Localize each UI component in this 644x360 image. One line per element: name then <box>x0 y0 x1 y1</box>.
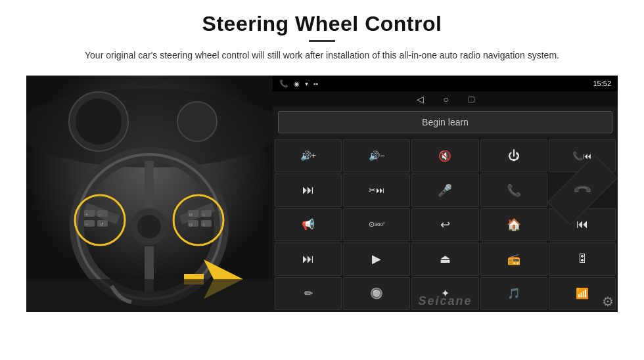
home-nav-icon[interactable]: ○ <box>444 94 449 104</box>
svg-text:◎: ◎ <box>189 223 193 227</box>
svg-text:◇: ◇ <box>202 223 206 227</box>
fast-fwd-btn[interactable]: ⏭ <box>275 242 342 275</box>
svg-text:~: ~ <box>99 213 101 217</box>
signal-icon: ▪▪ <box>313 80 318 87</box>
vol-up-btn[interactable]: 🔊+ <box>275 139 342 172</box>
page-container: Steering Wheel Control Your original car… <box>0 0 644 360</box>
svg-point-4 <box>177 102 217 141</box>
next-track-btn[interactable]: ⏭ <box>275 173 342 206</box>
android-panel: 📞 ◉ ▾ ▪▪ 15:52 ◁ ○ □ Begin learn <box>273 76 618 312</box>
mute-btn[interactable]: 🔇 <box>411 139 478 172</box>
svg-text:⊟: ⊟ <box>189 213 193 217</box>
power-btn[interactable]: ⏻ <box>480 139 547 172</box>
settings-icon[interactable]: ⚙ <box>602 294 614 309</box>
svg-text:−: − <box>85 222 88 227</box>
back-nav-icon[interactable]: ◁ <box>417 94 424 104</box>
content-row: + ~ − ↺ ⊟ ◇ ◎ ◇ <box>26 76 618 312</box>
music-btn[interactable]: 🎵 <box>480 277 547 310</box>
svg-text:◇: ◇ <box>202 213 206 217</box>
wifi-icon: ▾ <box>305 80 308 87</box>
subtitle: Your original car's steering wheel contr… <box>53 49 591 62</box>
radio-btn[interactable]: 📻 <box>480 242 547 275</box>
title-divider <box>309 40 335 42</box>
edit-btn[interactable]: ✏ <box>275 277 342 310</box>
speaker-btn[interactable]: 📢 <box>275 208 342 241</box>
eject-btn[interactable]: ⏏ <box>411 242 478 275</box>
steering-wheel-svg: + ~ − ↺ ⊟ ◇ ◎ ◇ <box>26 76 273 312</box>
eq-btn[interactable]: 🎛 <box>549 242 616 275</box>
vol-down-btn[interactable]: 🔊− <box>343 139 410 172</box>
status-left: 📞 ◉ ▾ ▪▪ <box>279 79 318 88</box>
location-icon: ◉ <box>294 80 300 87</box>
call-btn[interactable]: 📞 <box>480 173 547 206</box>
car-image-section: + ~ − ↺ ⊟ ◇ ◎ ◇ <box>26 76 273 312</box>
begin-learn-row: Begin learn <box>273 107 618 137</box>
cam360-btn[interactable]: ⊙360° <box>343 208 410 241</box>
seek-fwd-btn[interactable]: ✂⏭ <box>343 173 410 206</box>
svg-text:+: + <box>85 212 88 217</box>
begin-learn-button[interactable]: Begin learn <box>278 111 612 133</box>
svg-point-3 <box>76 99 122 145</box>
back-btn[interactable]: ↩ <box>411 208 478 241</box>
svg-rect-33 <box>26 279 273 312</box>
time-display: 15:52 <box>593 79 611 87</box>
title-section: Steering Wheel Control Your original car… <box>26 12 618 62</box>
svg-point-12 <box>137 215 161 238</box>
statusbar: 📞 ◉ ▾ ▪▪ 15:52 <box>273 76 618 91</box>
svg-text:↺: ↺ <box>100 222 104 227</box>
controls-grid: 🔊+ 🔊− 🔇 ⏻ 📞⏮ ⏭ ✂⏭ 🎤 📞 📞 📢 ⊙360° ↩ 🏠 ⏮ ⏭ <box>273 137 618 312</box>
phone-icon: 📞 <box>279 79 288 88</box>
bluetooth-btn[interactable]: ✦ <box>411 277 478 310</box>
knob-btn[interactable]: 🔘 <box>343 277 410 310</box>
nav-btn[interactable]: ▶ <box>343 242 410 275</box>
mic-btn[interactable]: 🎤 <box>411 173 478 206</box>
status-right: 15:52 <box>593 79 611 87</box>
android-navbar: ◁ ○ □ <box>273 91 618 107</box>
page-title: Steering Wheel Control <box>26 12 618 36</box>
home-btn[interactable]: 🏠 <box>480 208 547 241</box>
recent-nav-icon[interactable]: □ <box>469 94 474 104</box>
